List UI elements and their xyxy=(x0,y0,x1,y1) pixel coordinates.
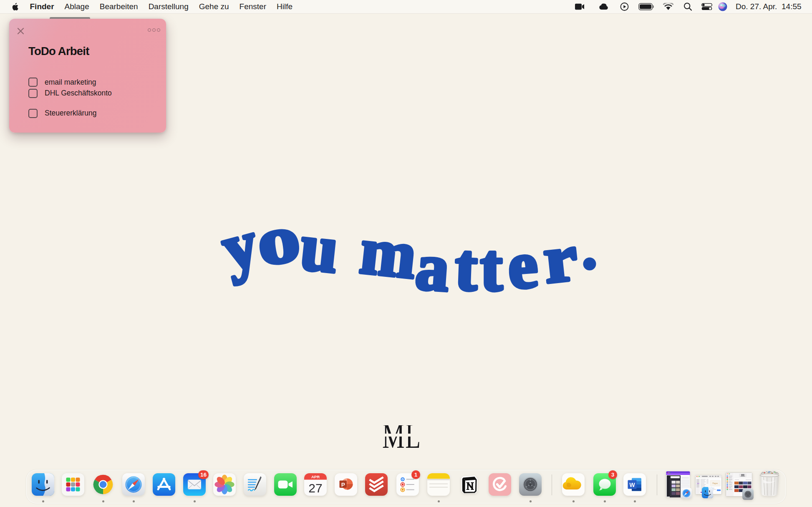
svg-text:r: r xyxy=(540,220,581,297)
svg-text:27: 27 xyxy=(308,481,322,495)
svg-text:u: u xyxy=(297,209,342,287)
svg-text:a: a xyxy=(414,229,452,305)
svg-text:t: t xyxy=(454,230,479,305)
svg-text:W: W xyxy=(629,482,635,488)
svg-text:m: m xyxy=(357,213,420,293)
svg-text:e: e xyxy=(505,227,540,303)
svg-text:Pages: Pages xyxy=(713,482,719,484)
svg-text:P: P xyxy=(341,482,345,488)
svg-text:t: t xyxy=(480,231,502,305)
svg-text:APR: APR xyxy=(311,474,320,479)
